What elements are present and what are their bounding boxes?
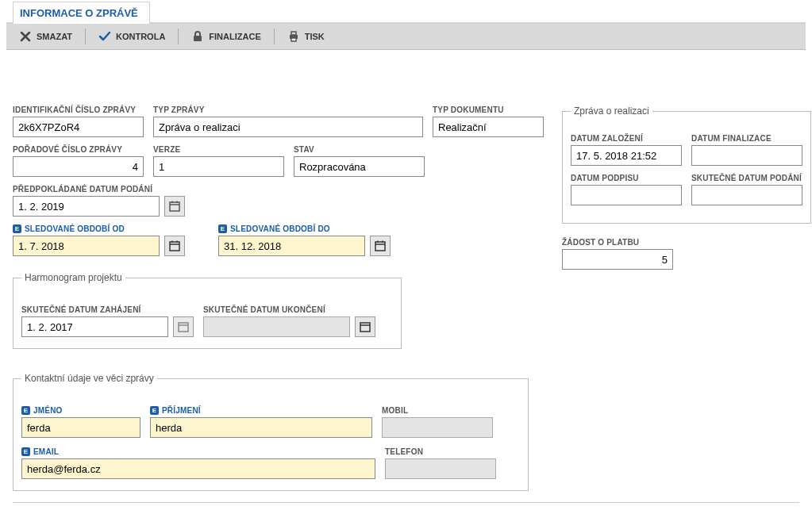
- created-input[interactable]: [571, 145, 682, 166]
- actual-submit-label: SKUTEČNÉ DATUM PODÁNÍ: [691, 174, 802, 182]
- start-label: SKUTEČNÉ DATUM ZAHÁJENÍ: [21, 305, 194, 314]
- lock-icon: [191, 30, 204, 43]
- id-label: IDENTIFIKAČNÍ ČÍSLO ZPRÁVY: [13, 105, 144, 114]
- calendar-icon: [359, 320, 371, 333]
- calendar-icon: [374, 240, 387, 252]
- separator: [85, 29, 86, 44]
- end-input[interactable]: [203, 316, 350, 337]
- check-icon: [98, 30, 111, 43]
- finalize-label: FINALIZACE: [209, 32, 260, 41]
- order-label: POŘADOVÉ ČÍSLO ZPRÁVY: [13, 145, 144, 154]
- print-label: TISK: [305, 32, 325, 41]
- separator: [274, 29, 275, 44]
- final-label: DATUM FINALIZACE: [691, 134, 802, 143]
- calendar-icon: [168, 240, 181, 252]
- check-button[interactable]: KONTROLA: [90, 27, 173, 46]
- print-button[interactable]: TISK: [279, 27, 333, 46]
- delete-button[interactable]: SMAZAT: [11, 27, 80, 46]
- calendar-button[interactable]: [164, 196, 185, 217]
- calendar-button[interactable]: [173, 316, 194, 337]
- contact-fieldset: Kontaktní údaje ve věci zprávy E JMÉNO E…: [13, 373, 529, 491]
- type-input[interactable]: [153, 117, 423, 137]
- email-label: E EMAIL: [21, 447, 375, 456]
- email-input[interactable]: [21, 458, 375, 479]
- svg-rect-2: [291, 32, 296, 35]
- order-input[interactable]: [13, 156, 144, 177]
- version-input[interactable]: [153, 156, 284, 177]
- svg-rect-4: [170, 202, 179, 211]
- created-label: DATUM ZALOŽENÍ: [571, 134, 682, 143]
- required-icon: E: [13, 224, 21, 233]
- end-label: SKUTEČNÉ DATUM UKONČENÍ: [203, 305, 375, 314]
- calendar-button[interactable]: [370, 236, 391, 256]
- required-icon: E: [218, 224, 227, 233]
- contact-legend: Kontaktní údaje ve věci zprávy: [21, 373, 157, 384]
- svg-rect-12: [375, 242, 385, 251]
- type-label: TYP ZPRÁVY: [153, 105, 423, 114]
- svg-rect-8: [170, 242, 179, 251]
- divider: [13, 502, 799, 503]
- svg-rect-3: [291, 38, 296, 41]
- expected-label: PŘEDPOKLÁDANÉ DATUM PODÁNÍ: [13, 185, 185, 194]
- svg-rect-0: [194, 36, 202, 41]
- print-icon: [287, 30, 300, 43]
- final-input[interactable]: [691, 145, 802, 166]
- lastname-input[interactable]: [150, 417, 372, 438]
- required-icon: E: [21, 406, 30, 415]
- realization-fieldset: Zpráva o realizaci DATUM ZALOŽENÍ DATUM …: [562, 105, 811, 224]
- calendar-button[interactable]: [355, 316, 375, 337]
- delete-label: SMAZAT: [37, 32, 72, 41]
- state-label: STAV: [294, 145, 425, 154]
- calendar-icon: [168, 200, 181, 213]
- svg-rect-16: [179, 323, 188, 332]
- tab-info[interactable]: INFORMACE O ZPRÁVĚ: [13, 2, 150, 24]
- finalize-button[interactable]: FINALIZACE: [183, 27, 268, 46]
- payment-label: ŽÁDOST O PLATBU: [562, 238, 808, 247]
- payment-input[interactable]: [562, 249, 673, 270]
- firstname-input[interactable]: [21, 417, 140, 438]
- period-to-input[interactable]: [218, 236, 365, 256]
- required-icon: E: [21, 447, 30, 456]
- firstname-label: E JMÉNO: [21, 406, 140, 415]
- doctype-input[interactable]: [433, 117, 544, 137]
- sign-label: DATUM PODPISU: [571, 174, 682, 182]
- toolbar: SMAZAT KONTROLA FINALIZACE TISK: [6, 24, 806, 50]
- period-from-input[interactable]: [13, 236, 160, 256]
- required-icon: E: [150, 406, 159, 415]
- x-icon: [19, 30, 32, 43]
- phone-label: TELEFON: [385, 447, 496, 456]
- calendar-icon: [177, 320, 190, 333]
- period-from-label: E SLEDOVANÉ OBDOBÍ OD: [13, 224, 185, 233]
- state-input[interactable]: [294, 156, 425, 177]
- harmonogram-fieldset: Harmonogram projektu SKUTEČNÉ DATUM ZAHÁ…: [13, 272, 402, 349]
- mobile-input[interactable]: [382, 417, 493, 438]
- separator: [178, 29, 179, 44]
- check-label: KONTROLA: [116, 32, 165, 41]
- mobile-label: MOBIL: [382, 406, 493, 415]
- calendar-button[interactable]: [164, 236, 185, 256]
- expected-input[interactable]: [13, 196, 160, 217]
- realization-legend: Zpráva o realizaci: [571, 105, 652, 117]
- start-input[interactable]: [21, 316, 168, 337]
- version-label: VERZE: [153, 145, 284, 154]
- sign-input[interactable]: [571, 185, 682, 205]
- lastname-label: E PŘÍJMENÍ: [150, 406, 372, 415]
- id-input[interactable]: [13, 117, 144, 137]
- harmonogram-legend: Harmonogram projektu: [21, 272, 125, 283]
- phone-input[interactable]: [385, 458, 496, 479]
- doctype-label: TYP DOKUMENTU: [433, 105, 544, 114]
- actual-submit-input[interactable]: [691, 185, 802, 205]
- period-to-label: E SLEDOVANÉ OBDOBÍ DO: [218, 224, 391, 233]
- svg-rect-18: [360, 323, 370, 332]
